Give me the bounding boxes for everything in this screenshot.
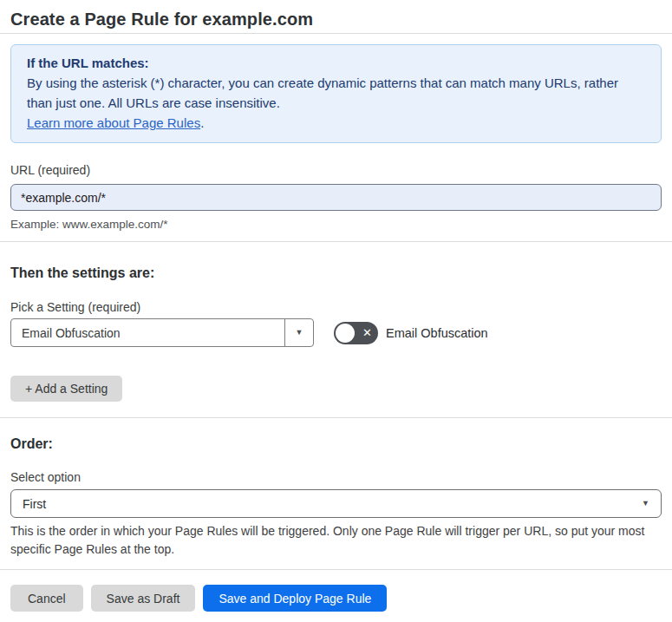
toggle-off-x-icon: ✕ [362, 322, 372, 344]
settings-section-heading: Then the settings are: [10, 265, 662, 282]
toggle-label: Email Obfuscation [386, 326, 488, 340]
chevron-down-icon: ▼ [296, 329, 303, 337]
divider [0, 569, 672, 570]
info-box-body: By using the asterisk (*) character, you… [27, 73, 645, 113]
divider [0, 417, 672, 418]
footer-actions: Cancel Save as Draft Save and Deploy Pag… [10, 585, 662, 612]
toggle-knob [336, 324, 355, 343]
order-select-value: First [23, 497, 642, 511]
learn-more-link[interactable]: Learn more about Page Rules [27, 115, 200, 130]
info-box-heading: If the URL matches: [27, 53, 645, 73]
order-section-heading: Order: [10, 435, 662, 453]
setting-select-value: Email Obfuscation [11, 319, 284, 346]
setting-select-arrow-button[interactable]: ▼ [284, 319, 313, 346]
url-match-info-box: If the URL matches: By using the asteris… [10, 44, 662, 143]
add-setting-button[interactable]: + Add a Setting [10, 376, 122, 402]
divider [0, 241, 672, 242]
url-input[interactable] [10, 184, 662, 211]
page-title: Create a Page Rule for example.com [10, 9, 662, 29]
setting-row: Email Obfuscation ▼ ✕ Email Obfuscation [10, 318, 662, 347]
cancel-button[interactable]: Cancel [10, 585, 83, 612]
save-and-deploy-button[interactable]: Save and Deploy Page Rule [203, 585, 387, 612]
link-suffix: . [200, 115, 204, 130]
url-example-text: Example: www.example.com/* [10, 218, 662, 232]
select-option-label: Select option [10, 470, 662, 484]
email-obfuscation-toggle[interactable]: ✕ [334, 322, 378, 344]
order-select[interactable]: First ▼ [10, 489, 662, 518]
save-as-draft-button[interactable]: Save as Draft [91, 585, 196, 612]
url-field-label: URL (required) [10, 163, 662, 177]
divider [0, 33, 672, 34]
setting-select[interactable]: Email Obfuscation ▼ [10, 318, 314, 347]
info-box-link-line: Learn more about Page Rules. [27, 113, 645, 133]
chevron-down-icon: ▼ [642, 500, 649, 507]
pick-setting-label: Pick a Setting (required) [10, 300, 662, 314]
order-help-text: This is the order in which your Page Rul… [10, 522, 656, 559]
